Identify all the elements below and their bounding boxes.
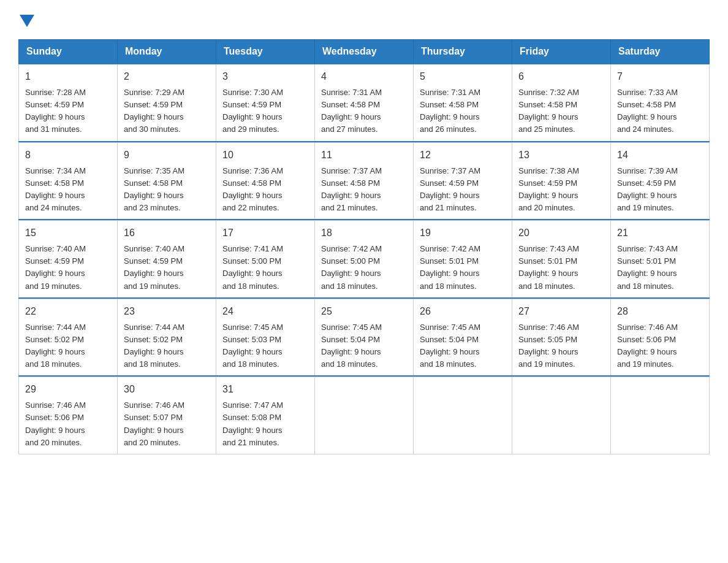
day-number: 2 — [124, 69, 210, 84]
day-info: Sunrise: 7:43 AMSunset: 5:01 PMDaylight:… — [617, 243, 703, 293]
day-info: Sunrise: 7:44 AMSunset: 5:02 PMDaylight:… — [124, 321, 210, 371]
day-number: 4 — [321, 69, 407, 84]
calendar-cell: 19Sunrise: 7:42 AMSunset: 5:01 PMDayligh… — [414, 221, 512, 298]
day-number: 5 — [420, 69, 506, 84]
calendar-cell — [315, 377, 414, 454]
calendar-cell: 11Sunrise: 7:37 AMSunset: 4:58 PMDayligh… — [315, 142, 414, 220]
calendar-cell: 29Sunrise: 7:46 AMSunset: 5:06 PMDayligh… — [19, 377, 118, 454]
calendar-cell: 13Sunrise: 7:38 AMSunset: 4:59 PMDayligh… — [512, 142, 611, 220]
calendar-cell: 18Sunrise: 7:42 AMSunset: 5:00 PMDayligh… — [315, 221, 414, 298]
weekday-header-friday: Friday — [512, 40, 611, 64]
day-info: Sunrise: 7:46 AMSunset: 5:05 PMDaylight:… — [518, 321, 604, 371]
day-number: 11 — [321, 148, 407, 163]
day-info: Sunrise: 7:45 AMSunset: 5:04 PMDaylight:… — [420, 321, 506, 371]
calendar-cell: 8Sunrise: 7:34 AMSunset: 4:58 PMDaylight… — [19, 142, 118, 220]
calendar-cell: 12Sunrise: 7:37 AMSunset: 4:59 PMDayligh… — [414, 142, 512, 220]
day-number: 28 — [617, 304, 703, 319]
day-number: 3 — [222, 69, 308, 84]
day-number: 7 — [617, 69, 703, 84]
day-info: Sunrise: 7:45 AMSunset: 5:04 PMDaylight:… — [321, 321, 407, 371]
day-number: 29 — [25, 382, 111, 397]
calendar-week-row: 22Sunrise: 7:44 AMSunset: 5:02 PMDayligh… — [19, 299, 710, 376]
day-number: 6 — [518, 69, 604, 84]
day-number: 31 — [222, 382, 308, 397]
weekday-header-wednesday: Wednesday — [315, 40, 414, 64]
logo-arrow-icon — [20, 15, 34, 27]
day-info: Sunrise: 7:40 AMSunset: 4:59 PMDaylight:… — [124, 243, 210, 293]
calendar-cell: 24Sunrise: 7:45 AMSunset: 5:03 PMDayligh… — [216, 299, 315, 376]
day-number: 9 — [124, 148, 210, 163]
day-info: Sunrise: 7:32 AMSunset: 4:58 PMDaylight:… — [518, 86, 604, 136]
calendar-cell: 16Sunrise: 7:40 AMSunset: 4:59 PMDayligh… — [118, 221, 216, 298]
calendar-cell — [414, 377, 512, 454]
day-number: 14 — [617, 148, 703, 163]
calendar-cell: 17Sunrise: 7:41 AMSunset: 5:00 PMDayligh… — [216, 221, 315, 298]
calendar-week-row: 29Sunrise: 7:46 AMSunset: 5:06 PMDayligh… — [19, 377, 710, 454]
day-number: 26 — [420, 304, 506, 319]
calendar-cell: 10Sunrise: 7:36 AMSunset: 4:58 PMDayligh… — [216, 142, 315, 220]
calendar-week-row: 15Sunrise: 7:40 AMSunset: 4:59 PMDayligh… — [19, 221, 710, 298]
day-info: Sunrise: 7:40 AMSunset: 4:59 PMDaylight:… — [25, 243, 111, 293]
day-number: 25 — [321, 304, 407, 319]
day-number: 15 — [25, 226, 111, 240]
day-number: 27 — [518, 304, 604, 319]
calendar-cell: 28Sunrise: 7:46 AMSunset: 5:06 PMDayligh… — [611, 299, 710, 376]
calendar-cell: 15Sunrise: 7:40 AMSunset: 4:59 PMDayligh… — [19, 221, 118, 298]
calendar-cell: 30Sunrise: 7:46 AMSunset: 5:07 PMDayligh… — [118, 377, 216, 454]
day-info: Sunrise: 7:37 AMSunset: 4:58 PMDaylight:… — [321, 165, 407, 215]
day-info: Sunrise: 7:31 AMSunset: 4:58 PMDaylight:… — [321, 86, 407, 136]
day-number: 21 — [617, 226, 703, 240]
day-info: Sunrise: 7:42 AMSunset: 5:00 PMDaylight:… — [321, 243, 407, 293]
calendar-cell: 21Sunrise: 7:43 AMSunset: 5:01 PMDayligh… — [611, 221, 710, 298]
day-number: 10 — [222, 148, 308, 163]
calendar-cell: 31Sunrise: 7:47 AMSunset: 5:08 PMDayligh… — [216, 377, 315, 454]
page-header — [18, 12, 710, 27]
calendar-table: SundayMondayTuesdayWednesdayThursdayFrid… — [18, 39, 710, 454]
day-info: Sunrise: 7:46 AMSunset: 5:07 PMDaylight:… — [124, 399, 210, 449]
calendar-cell: 5Sunrise: 7:31 AMSunset: 4:58 PMDaylight… — [414, 64, 512, 142]
day-info: Sunrise: 7:38 AMSunset: 4:59 PMDaylight:… — [518, 165, 604, 215]
day-number: 1 — [25, 69, 111, 84]
weekday-header-monday: Monday — [118, 40, 216, 64]
day-info: Sunrise: 7:31 AMSunset: 4:58 PMDaylight:… — [420, 86, 506, 136]
weekday-header-saturday: Saturday — [611, 40, 710, 64]
calendar-cell: 3Sunrise: 7:30 AMSunset: 4:59 PMDaylight… — [216, 64, 315, 142]
day-number: 18 — [321, 226, 407, 240]
calendar-cell: 7Sunrise: 7:33 AMSunset: 4:58 PMDaylight… — [611, 64, 710, 142]
calendar-cell: 14Sunrise: 7:39 AMSunset: 4:59 PMDayligh… — [611, 142, 710, 220]
day-info: Sunrise: 7:30 AMSunset: 4:59 PMDaylight:… — [222, 86, 308, 136]
day-info: Sunrise: 7:46 AMSunset: 5:06 PMDaylight:… — [25, 399, 111, 449]
day-number: 20 — [518, 226, 604, 240]
day-number: 17 — [222, 226, 308, 240]
day-number: 22 — [25, 304, 111, 319]
day-info: Sunrise: 7:29 AMSunset: 4:59 PMDaylight:… — [124, 86, 210, 136]
calendar-cell: 26Sunrise: 7:45 AMSunset: 5:04 PMDayligh… — [414, 299, 512, 376]
calendar-cell — [611, 377, 710, 454]
calendar-cell: 1Sunrise: 7:28 AMSunset: 4:59 PMDaylight… — [19, 64, 118, 142]
calendar-cell: 20Sunrise: 7:43 AMSunset: 5:01 PMDayligh… — [512, 221, 611, 298]
calendar-week-row: 1Sunrise: 7:28 AMSunset: 4:59 PMDaylight… — [19, 64, 710, 142]
day-info: Sunrise: 7:35 AMSunset: 4:58 PMDaylight:… — [124, 165, 210, 215]
weekday-header-thursday: Thursday — [414, 40, 512, 64]
logo — [18, 12, 36, 27]
day-number: 23 — [124, 304, 210, 319]
day-info: Sunrise: 7:33 AMSunset: 4:58 PMDaylight:… — [617, 86, 703, 136]
day-info: Sunrise: 7:44 AMSunset: 5:02 PMDaylight:… — [25, 321, 111, 371]
day-info: Sunrise: 7:39 AMSunset: 4:59 PMDaylight:… — [617, 165, 703, 215]
calendar-cell: 4Sunrise: 7:31 AMSunset: 4:58 PMDaylight… — [315, 64, 414, 142]
day-number: 13 — [518, 148, 604, 163]
calendar-cell: 9Sunrise: 7:35 AMSunset: 4:58 PMDaylight… — [118, 142, 216, 220]
weekday-header-tuesday: Tuesday — [216, 40, 315, 64]
weekday-header-row: SundayMondayTuesdayWednesdayThursdayFrid… — [19, 40, 710, 64]
day-info: Sunrise: 7:28 AMSunset: 4:59 PMDaylight:… — [25, 86, 111, 136]
calendar-cell: 6Sunrise: 7:32 AMSunset: 4:58 PMDaylight… — [512, 64, 611, 142]
calendar-cell: 2Sunrise: 7:29 AMSunset: 4:59 PMDaylight… — [118, 64, 216, 142]
day-info: Sunrise: 7:46 AMSunset: 5:06 PMDaylight:… — [617, 321, 703, 371]
day-info: Sunrise: 7:47 AMSunset: 5:08 PMDaylight:… — [222, 399, 308, 449]
day-info: Sunrise: 7:36 AMSunset: 4:58 PMDaylight:… — [222, 165, 308, 215]
calendar-cell: 23Sunrise: 7:44 AMSunset: 5:02 PMDayligh… — [118, 299, 216, 376]
calendar-cell — [512, 377, 611, 454]
day-info: Sunrise: 7:41 AMSunset: 5:00 PMDaylight:… — [222, 243, 308, 293]
weekday-header-sunday: Sunday — [19, 40, 118, 64]
calendar-cell: 22Sunrise: 7:44 AMSunset: 5:02 PMDayligh… — [19, 299, 118, 376]
